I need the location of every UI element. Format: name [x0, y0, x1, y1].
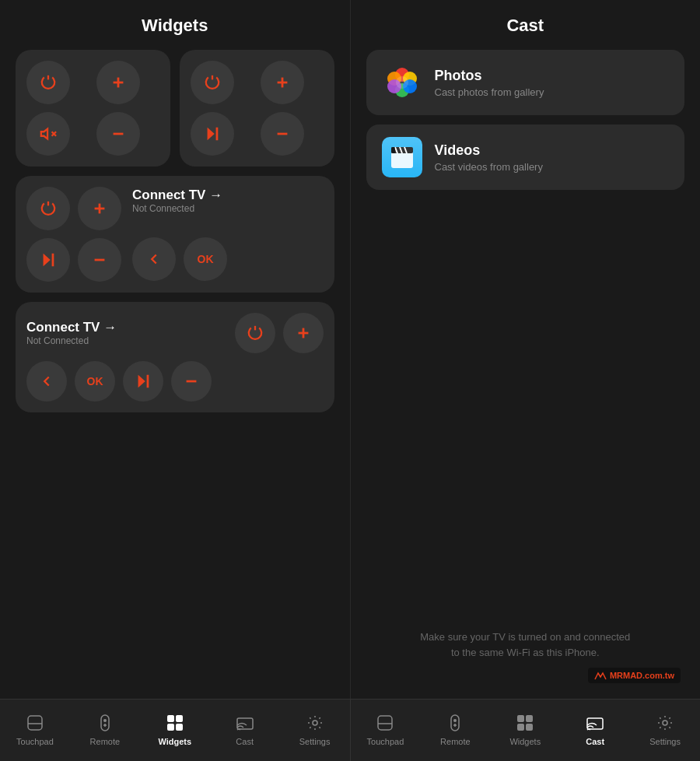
playpause-btn-4[interactable] — [123, 361, 163, 402]
power-btn-1[interactable] — [26, 61, 70, 104]
nav-remote-left[interactable]: Remote — [70, 700, 140, 761]
nav-cast-left[interactable]: Cast — [210, 700, 280, 761]
cast-videos-text: Videos Cast videos from gallery — [435, 142, 543, 173]
playpause-btn-3[interactable] — [26, 238, 70, 282]
minus-btn-3[interactable] — [78, 238, 121, 282]
cast-photos-card[interactable]: Photos Cast photos from gallery — [366, 50, 685, 115]
nav-cast-label-right: Cast — [586, 737, 604, 746]
svg-rect-55 — [526, 724, 533, 731]
nav-touchpad-label-left: Touchpad — [16, 737, 54, 746]
svg-rect-40 — [167, 715, 174, 722]
cast-cards-list: Photos Cast photos from gallery — [366, 50, 685, 190]
remote-icon-right — [446, 714, 464, 734]
widget-card-3: Connect TV → Not Connected OK — [16, 176, 334, 293]
touchpad-icon-right — [376, 714, 394, 734]
svg-rect-36 — [101, 715, 109, 731]
nav-widgets-label-right: Widgets — [509, 737, 541, 746]
connect-tv-info-4: Connect TV → Not Connected — [26, 320, 117, 346]
nav-touchpad-right[interactable]: Touchpad — [351, 700, 421, 761]
cast-videos-title: Videos — [435, 142, 543, 159]
plus-btn-1[interactable] — [96, 61, 140, 104]
minus-btn-1[interactable] — [96, 112, 140, 156]
widget-wide-buttons: OK — [26, 361, 324, 402]
nav-cast-label-left: Cast — [236, 737, 254, 746]
svg-point-45 — [313, 721, 317, 725]
nav-widgets-right[interactable]: Widgets — [490, 700, 560, 761]
svg-rect-19 — [147, 375, 149, 388]
svg-rect-33 — [391, 147, 395, 153]
svg-point-49 — [453, 719, 457, 722]
playpause-btn-2[interactable] — [191, 112, 234, 156]
bottom-nav: Touchpad Remote — [0, 699, 700, 761]
remote-icon-left — [96, 714, 114, 734]
connect-tv-title-4: Connect TV → — [26, 320, 117, 335]
svg-marker-13 — [44, 254, 51, 267]
svg-rect-34 — [28, 716, 42, 730]
cast-videos-card[interactable]: Videos Cast videos from gallery — [366, 124, 685, 190]
power-btn-2[interactable] — [191, 61, 234, 104]
back-btn-3[interactable] — [132, 237, 176, 281]
mute-btn-1[interactable] — [26, 112, 70, 156]
not-connected-3: Not Connected — [132, 203, 324, 214]
nav-remote-label-left: Remote — [90, 737, 121, 746]
widget-card-4: Connect TV → Not Connected — [16, 302, 334, 412]
svg-rect-53 — [526, 715, 533, 722]
power-plus-btns — [235, 313, 324, 353]
power-btn-3[interactable] — [26, 187, 70, 230]
connect-tv-label-3: Connect TV → Not Connected — [132, 188, 324, 214]
ok-back-btns-3: OK — [132, 237, 324, 281]
widget-wide-header: Connect TV → Not Connected — [26, 313, 324, 353]
wifi-notice: Make sure your TV is turned on and conne… — [366, 629, 685, 668]
svg-rect-28 — [391, 152, 413, 168]
minus-btn-2[interactable] — [261, 112, 304, 156]
cast-panel: Cast Photos — [351, 0, 701, 699]
nav-widgets-left[interactable]: Widgets — [140, 700, 210, 761]
svg-point-57 — [663, 721, 667, 725]
cast-icon-left — [236, 714, 254, 734]
widget-info-3: Connect TV → Not Connected OK — [132, 188, 324, 281]
plus-btn-4[interactable] — [283, 313, 324, 353]
svg-point-27 — [396, 76, 408, 89]
widgets-icon-left — [166, 714, 184, 734]
nav-settings-left[interactable]: Settings — [280, 700, 350, 761]
power-btn-4[interactable] — [235, 313, 275, 353]
nav-touchpad-left[interactable]: Touchpad — [0, 700, 70, 761]
widget-row-2: Connect TV → Not Connected OK — [16, 176, 334, 293]
cast-title: Cast — [366, 16, 685, 36]
ok-btn-4[interactable]: OK — [75, 361, 115, 402]
mrmad-container: MRMAD.com.tw — [366, 668, 685, 691]
nav-widgets-label-left: Widgets — [158, 737, 191, 746]
plus-btn-2[interactable] — [261, 61, 304, 104]
widget-medium-inner: Connect TV → Not Connected OK — [26, 187, 324, 282]
svg-rect-48 — [451, 715, 459, 731]
svg-rect-43 — [176, 724, 183, 731]
svg-rect-52 — [517, 715, 524, 722]
ok-btn-3[interactable]: OK — [184, 237, 227, 281]
svg-rect-14 — [52, 254, 54, 267]
svg-rect-9 — [215, 128, 218, 141]
svg-rect-54 — [517, 724, 524, 731]
cast-videos-sub: Cast videos from gallery — [435, 161, 543, 173]
nav-remote-right[interactable]: Remote — [420, 700, 490, 761]
cast-photos-sub: Cast photos from gallery — [435, 86, 544, 98]
videos-icon — [382, 137, 422, 177]
minus-btn-4[interactable] — [171, 361, 212, 402]
svg-marker-18 — [138, 375, 145, 388]
cast-photos-title: Photos — [435, 68, 544, 84]
nav-settings-label-left: Settings — [299, 737, 331, 746]
back-btn-4[interactable] — [26, 361, 67, 402]
svg-marker-2 — [41, 129, 47, 139]
widget-row-3: Connect TV → Not Connected — [16, 302, 334, 412]
widget-card-2 — [180, 50, 334, 167]
nav-touchpad-label-right: Touchpad — [367, 737, 404, 746]
plus-btn-3[interactable] — [78, 187, 121, 230]
svg-point-37 — [103, 719, 107, 722]
svg-marker-8 — [207, 128, 214, 141]
nav-right-half: Touchpad Remote — [351, 700, 701, 761]
widgets-title: Widgets — [16, 16, 334, 36]
widget-controls-3 — [26, 187, 121, 282]
nav-remote-label-right: Remote — [440, 737, 471, 746]
nav-settings-right[interactable]: Settings — [630, 700, 700, 761]
not-connected-4: Not Connected — [26, 335, 117, 346]
nav-cast-right[interactable]: Cast — [560, 700, 630, 761]
